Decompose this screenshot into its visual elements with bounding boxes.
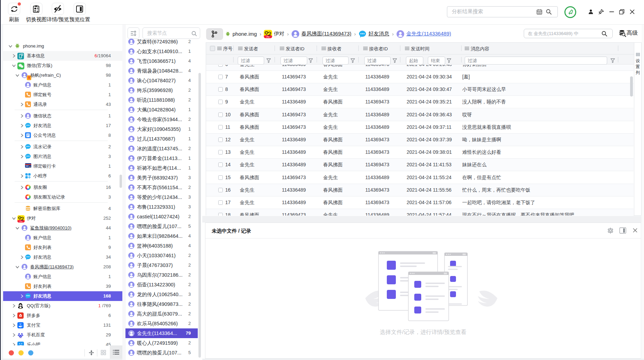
svg-text:i: i (22, 54, 22, 56)
svg-text:伊对: 伊对 (266, 36, 270, 38)
svg-text:du: du (19, 335, 22, 337)
svg-text:伊对: 伊对 (19, 220, 23, 222)
